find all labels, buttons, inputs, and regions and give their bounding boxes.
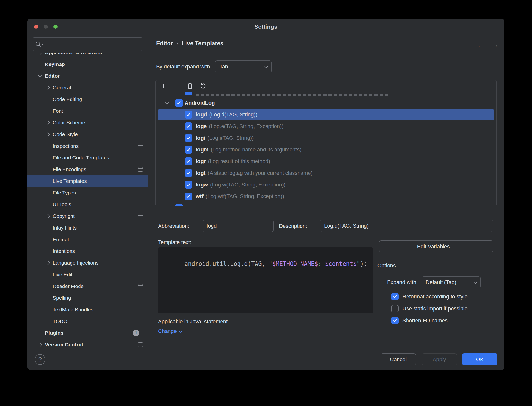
titlebar: Settings (27, 19, 504, 35)
duplicate-icon[interactable] (187, 83, 193, 89)
description-field[interactable] (320, 220, 493, 232)
sidebar-item-file-and-code-templates[interactable]: File and Code Templates (27, 152, 148, 164)
cancel-button[interactable]: Cancel (381, 353, 416, 365)
template-checkbox[interactable] (185, 157, 192, 165)
sidebar-item-language-injections[interactable]: Language Injections (27, 257, 148, 269)
sidebar-item-label: General (53, 85, 71, 91)
code-segment: : (318, 260, 325, 267)
restore-icon[interactable] (200, 83, 206, 89)
ok-button[interactable]: OK (462, 353, 497, 365)
sidebar-item-version-control[interactable]: Version Control (27, 339, 148, 350)
group-checkbox[interactable] (175, 204, 183, 206)
sidebar-item-appearance-behavior[interactable]: Appearance & Behavior (27, 53, 148, 58)
option-checkbox[interactable] (391, 305, 399, 312)
template-checkbox[interactable] (185, 122, 192, 130)
sidebar-item-label: Appearance & Behavior (45, 53, 103, 55)
template-row-logd[interactable]: logd(Log.d(TAG, String)) (156, 109, 496, 120)
template-text-editor[interactable]: android.util.Log.d(TAG, "$METHOD_NAME$: … (158, 247, 373, 313)
sidebar-item-reader-mode[interactable]: Reader Mode (27, 280, 148, 292)
sidebar-item-textmate-bundles[interactable]: TextMate Bundles (27, 304, 148, 315)
sidebar-item-general[interactable]: General (27, 82, 148, 93)
template-checkbox[interactable] (185, 193, 192, 200)
clipped-text-fragment (196, 94, 388, 96)
expand-with-select[interactable]: Default (Tab) (422, 276, 481, 288)
sidebar-item-color-scheme[interactable]: Color Scheme (27, 117, 148, 129)
edit-variables-button[interactable]: Edit Variables… (379, 240, 493, 252)
abbreviation-field[interactable] (203, 220, 274, 232)
help-question-icon: ? (38, 356, 42, 363)
template-row-logr[interactable]: logr(Log result of this method) (156, 156, 496, 167)
sidebar-item-file-encodings[interactable]: File Encodings (27, 164, 148, 175)
template-checkbox[interactable] (185, 181, 192, 189)
sidebar-item-font[interactable]: Font (27, 105, 148, 117)
minimize-window-button[interactable] (44, 25, 48, 29)
sidebar-item-intentions[interactable]: Intentions (27, 245, 148, 257)
sidebar-item-inlay-hints[interactable]: Inlay Hints (27, 222, 148, 234)
traffic-lights (34, 25, 58, 29)
sidebar-item-file-types[interactable]: File Types (27, 187, 148, 199)
template-group-name: AndroidLogKotlin (185, 205, 230, 206)
sidebar-item-live-edit[interactable]: Live Edit (27, 269, 148, 280)
template-checkbox[interactable] (185, 146, 192, 154)
option-shorten-fq-names[interactable]: Shorten FQ names (391, 314, 468, 326)
option-reformat-according-to-style[interactable]: Reformat according to style (391, 291, 468, 303)
remove-icon[interactable] (174, 83, 180, 89)
sidebar-item-live-templates[interactable]: Live Templates (27, 175, 148, 187)
template-row-loge[interactable]: loge(Log.e(TAG, String, Exception)) (156, 120, 496, 132)
change-context-link[interactable]: Change (158, 328, 182, 334)
sidebar-item-emmet[interactable]: Emmet (27, 234, 148, 245)
sidebar-item-todo[interactable]: TODO (27, 315, 148, 327)
option-checkbox[interactable] (391, 293, 399, 300)
add-icon[interactable] (160, 83, 167, 89)
apply-button[interactable]: Apply (422, 353, 457, 365)
sidebar-item-label: Keymap (45, 61, 65, 67)
template-row-logm[interactable]: logm(Log method name and its arguments) (156, 144, 496, 156)
template-row-wtf[interactable]: wtf(Log.wtf(TAG, String, Exception)) (156, 191, 496, 202)
settings-sidebar: Appearance & BehaviorKeymapEditorGeneral… (27, 35, 148, 350)
template-row-logw[interactable]: logw(Log.w(TAG, String, Exception)) (156, 179, 496, 191)
template-group-androidlog[interactable]: AndroidLog (156, 97, 496, 109)
code-segment: " (269, 260, 272, 267)
code-segment: ); (360, 260, 367, 267)
sidebar-item-plugins[interactable]: Plugins1 (27, 327, 148, 339)
breadcrumb-editor[interactable]: Editor (156, 40, 173, 47)
template-checkbox[interactable] (185, 111, 192, 119)
settings-search-box[interactable] (32, 37, 143, 51)
help-button[interactable]: ? (35, 354, 45, 365)
sidebar-item-ui-tools[interactable]: UI Tools (27, 199, 148, 210)
chevron-slot (44, 133, 52, 136)
back-arrow-icon[interactable]: ← (477, 40, 484, 49)
sidebar-item-code-editing[interactable]: Code Editing (27, 93, 148, 105)
template-row-logi[interactable]: logi(Log.i(TAG, String)) (156, 132, 496, 144)
breadcrumb-live-templates: Live Templates (182, 40, 223, 47)
sidebar-item-label: File and Code Templates (53, 155, 109, 161)
template-row-clipped[interactable] (156, 92, 496, 97)
close-window-button[interactable] (34, 25, 38, 29)
template-name: logi (196, 135, 205, 141)
sidebar-item-copyright[interactable]: Copyright (27, 210, 148, 222)
option-checkbox[interactable] (391, 317, 399, 324)
history-navigation: ← → (477, 40, 499, 49)
template-checkbox[interactable] (185, 134, 192, 142)
sidebar-item-code-style[interactable]: Code Style (27, 129, 148, 140)
template-row-logt[interactable]: logt(A static logtag with your current c… (156, 167, 496, 179)
sidebar-item-editor[interactable]: Editor (27, 70, 148, 82)
default-expand-with-select[interactable]: Tab (215, 60, 272, 73)
sidebar-item-label: Language Injections (53, 260, 98, 266)
per-project-settings-icon (138, 144, 143, 148)
template-group-androidlogkotlin[interactable]: AndroidLogKotlin (156, 202, 496, 206)
sidebar-item-label: Editor (45, 73, 60, 79)
template-checkbox[interactable] (185, 92, 192, 95)
search-input[interactable] (45, 41, 140, 47)
chevron-right-icon (46, 132, 50, 137)
chevron-down-icon (473, 280, 477, 284)
group-checkbox[interactable] (175, 99, 183, 107)
option-use-static-import-if-possible[interactable]: Use static import if possible (391, 303, 468, 314)
sidebar-item-keymap[interactable]: Keymap (27, 58, 148, 70)
zoom-window-button[interactable] (53, 25, 58, 29)
template-name: logt (196, 170, 205, 176)
sidebar-item-inspections[interactable]: Inspections (27, 140, 148, 152)
template-checkbox[interactable] (185, 169, 192, 177)
forward-arrow-icon[interactable]: → (491, 40, 499, 49)
sidebar-item-spelling[interactable]: Spelling (27, 292, 148, 304)
